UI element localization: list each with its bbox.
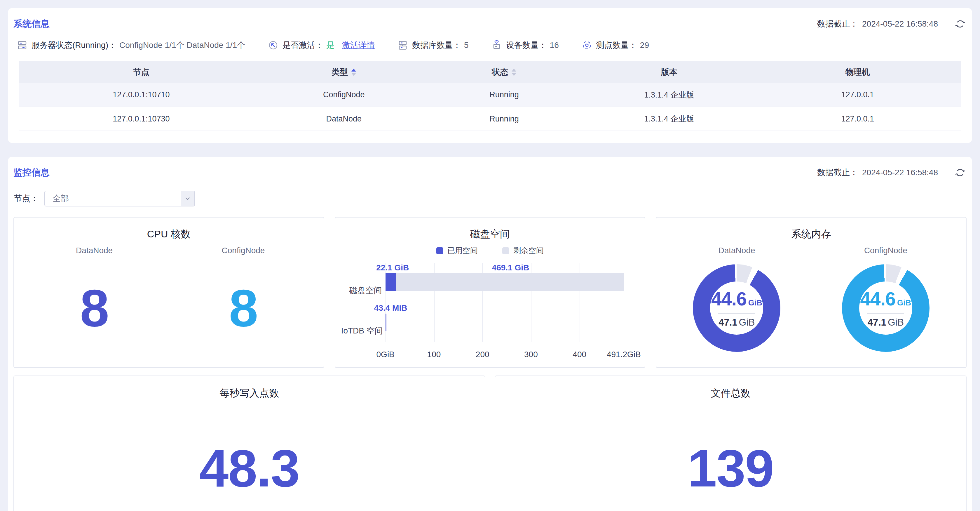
memory-confignode-label: ConfigNode xyxy=(811,246,960,256)
system-info-panel: 系统信息 数据截止： 2024-05-22 16:58:48 xyxy=(8,8,972,143)
disk-used-value-label: 22.1 GiB xyxy=(376,263,409,273)
cell-status: Running xyxy=(424,107,584,131)
node-select[interactable]: 全部 xyxy=(45,191,195,206)
memory-used-unit: GiB xyxy=(897,299,911,308)
memory-total-value: 47.1 xyxy=(719,317,737,328)
disk-category-label: 磁盘空间 xyxy=(341,286,382,295)
table-header-row: 节点 类型 状态 版本 物理机 xyxy=(19,61,961,83)
legend-used-swatch xyxy=(436,248,443,254)
disk-used-segment xyxy=(385,273,396,291)
memory-total-unit: GiB xyxy=(739,317,755,328)
monitor-panel-head: 监控信息 数据截止： 2024-05-22 16:58:48 xyxy=(13,167,966,179)
legend-rest-swatch xyxy=(502,248,509,254)
data-cutoff-label: 数据截止： xyxy=(817,18,858,29)
memory-total-value: 47.1 xyxy=(868,317,886,328)
server-cluster-icon xyxy=(17,40,27,51)
x-tick: 300 xyxy=(524,350,538,359)
file-total-value: 139 xyxy=(687,438,773,498)
donut-divider xyxy=(718,313,755,314)
status-item-measurements: 测点数量： 29 xyxy=(582,40,649,51)
x-tick: 100 xyxy=(427,350,441,359)
cell-version: 1.3.1.4 企业版 xyxy=(584,83,754,107)
col-header-type[interactable]: 类型 xyxy=(264,61,424,83)
cell-host: 127.0.0.1 xyxy=(754,107,961,131)
memory-datanode-label: DataNode xyxy=(662,246,811,256)
monitor-data-cutoff: 数据截止： 2024-05-22 16:58:48 xyxy=(817,167,966,179)
memory-donuts: 44.6 GiB 47.1 GiB xyxy=(662,256,960,360)
disk-bar xyxy=(385,273,624,291)
monitor-title: 监控信息 xyxy=(13,167,49,179)
write-points-value-wrap: 48.3 xyxy=(20,399,479,511)
iotdb-used-value-label: 43.4 MiB xyxy=(374,303,407,313)
memory-card-title: 系统内存 xyxy=(662,227,960,240)
node-table-wrap: 节点 类型 状态 版本 物理机 xyxy=(19,61,961,131)
databases-value: 5 xyxy=(464,41,469,50)
iotdb-bar xyxy=(385,314,387,331)
write-points-title: 每秒写入点数 xyxy=(20,386,479,399)
data-cutoff-time: 2024-05-22 16:58:48 xyxy=(862,19,938,29)
database-icon xyxy=(398,40,408,51)
col-header-host: 物理机 xyxy=(754,61,961,83)
disk-rest-segment xyxy=(396,273,624,291)
server-status-label: 服务器状态(Running)： xyxy=(32,40,116,51)
status-item-server: 服务器状态(Running)： ConfigNode 1/1个 DataNode… xyxy=(17,40,245,51)
databases-label: 数据库数量： xyxy=(412,40,461,51)
table-row: 127.0.0.1:10710 ConfigNode Running 1.3.1… xyxy=(19,83,961,107)
cell-node: 127.0.0.1:10710 xyxy=(19,83,264,107)
status-bar: 服务器状态(Running)： ConfigNode 1/1个 DataNode… xyxy=(17,40,963,51)
system-panel-head: 系统信息 数据截止： 2024-05-22 16:58:48 xyxy=(13,18,966,30)
x-tick: 491.2GiB xyxy=(607,350,641,359)
node-filter-label: 节点： xyxy=(14,193,38,204)
cell-host: 127.0.0.1 xyxy=(754,83,961,107)
file-total-card: 文件总数 139 xyxy=(495,375,967,511)
status-item-activation: 是否激活： 是 激活详情 xyxy=(268,40,375,51)
disk-card-title: 磁盘空间 xyxy=(341,227,639,240)
metric-cards-row-2: 每秒写入点数 48.3 文件总数 139 xyxy=(13,375,967,511)
activation-detail-link[interactable]: 激活详情 xyxy=(342,40,375,51)
x-tick: 0GiB xyxy=(377,350,395,359)
x-tick: 200 xyxy=(476,350,489,359)
confignode-memory-donut: 44.6 GiB 47.1 GiB xyxy=(842,264,929,352)
refresh-icon[interactable] xyxy=(954,18,966,30)
legend-used: 已用空间 xyxy=(436,246,478,256)
memory-used-value: 44.6 xyxy=(860,288,896,310)
refresh-icon[interactable] xyxy=(954,167,966,179)
col-header-status[interactable]: 状态 xyxy=(424,61,584,83)
cell-node: 127.0.0.1:10730 xyxy=(19,107,264,131)
datanode-memory-donut: 44.6 GiB 47.1 GiB xyxy=(693,264,780,352)
system-info-title: 系统信息 xyxy=(13,18,49,30)
iotdb-category-label: IoTDB 空间 xyxy=(341,326,382,336)
memory-node-labels: DataNode ConfigNode xyxy=(662,246,960,256)
cpu-card-title: CPU 核数 xyxy=(20,227,318,240)
memory-used-unit: GiB xyxy=(748,299,762,308)
cpu-cores-card: CPU 核数 DataNode ConfigNode 8 8 xyxy=(13,217,324,368)
monitor-panel: 监控信息 数据截止： 2024-05-22 16:58:48 节点： 全部 xyxy=(8,157,972,511)
col-header-version: 版本 xyxy=(584,61,754,83)
cpu-datanode-label: DataNode xyxy=(20,246,169,256)
disk-space-card: 磁盘空间 已用空间 剩余空间 磁盘空间 IoTDB 空间 xyxy=(335,217,646,368)
write-points-value: 48.3 xyxy=(199,438,299,498)
cpu-values: 8 8 xyxy=(20,256,318,360)
cpu-node-labels: DataNode ConfigNode xyxy=(20,246,318,256)
donut-center-text: 44.6 GiB 47.1 GiB xyxy=(842,264,929,352)
file-total-title: 文件总数 xyxy=(501,386,960,399)
donut-center-text: 44.6 GiB 47.1 GiB xyxy=(693,264,780,352)
write-points-card: 每秒写入点数 48.3 xyxy=(13,375,485,511)
file-total-value-wrap: 139 xyxy=(501,399,960,511)
measurements-label: 测点数量： xyxy=(596,40,637,51)
system-memory-card: 系统内存 DataNode ConfigNode 44.6 GiB xyxy=(656,217,967,368)
iotdb-used-segment xyxy=(385,314,387,331)
cell-version: 1.3.1.4 企业版 xyxy=(584,107,754,131)
cell-type: DataNode xyxy=(264,107,424,131)
chevron-down-icon xyxy=(181,191,194,206)
system-data-cutoff: 数据截止： 2024-05-22 16:58:48 xyxy=(817,18,966,30)
x-tick: 400 xyxy=(573,350,586,359)
disk-plot-area: 22.1 GiB 469.1 GiB 43.4 MiB 0GiB 100 200… xyxy=(385,262,624,343)
server-status-value: ConfigNode 1/1个 DataNode 1/1个 xyxy=(119,40,245,51)
status-item-devices: 设备数量： 16 xyxy=(492,40,559,51)
table-row: 127.0.0.1:10730 DataNode Running 1.3.1.4… xyxy=(19,107,961,131)
cpu-datanode-value: 8 xyxy=(80,278,108,338)
disk-legend: 已用空间 剩余空间 xyxy=(341,246,639,256)
cell-type: ConfigNode xyxy=(264,83,424,107)
memory-used-value: 44.6 xyxy=(711,288,746,310)
